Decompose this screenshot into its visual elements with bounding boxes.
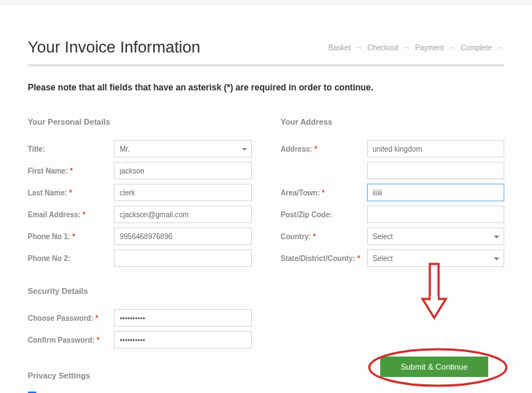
phone2-label: Phone No 2: bbox=[28, 254, 114, 262]
state-label: State/District/County: * bbox=[281, 254, 367, 262]
address-label: Address: * bbox=[281, 145, 367, 153]
submit-button[interactable]: Submit & Continue bbox=[380, 357, 488, 377]
top-band bbox=[0, 0, 532, 4]
confirm-password-input[interactable] bbox=[114, 331, 252, 349]
country-select[interactable]: Select bbox=[367, 227, 505, 245]
page-title: Your Invoice Information bbox=[28, 38, 200, 57]
address-column: Your Address Address: * Area/Town: * Pos… bbox=[281, 117, 505, 393]
last-name-label: Last Name: * bbox=[28, 189, 114, 197]
crumb-basket[interactable]: Basket bbox=[328, 44, 351, 52]
phone2-input[interactable] bbox=[114, 249, 252, 267]
email-input[interactable] bbox=[114, 206, 252, 223]
address-input[interactable] bbox=[367, 140, 505, 157]
breadcrumb: Basket → Checkout → Payment → Complete → bbox=[328, 43, 504, 52]
required-note: Please note that all fields that have an… bbox=[28, 82, 504, 93]
phone1-label: Phone No 1: * bbox=[28, 233, 114, 241]
title-label: Title: bbox=[28, 145, 114, 153]
postcode-input[interactable] bbox=[367, 206, 505, 223]
state-select[interactable]: Select bbox=[367, 249, 505, 267]
first-name-label: First Name: * bbox=[28, 167, 114, 175]
address2-input[interactable] bbox=[367, 162, 505, 179]
choose-password-label: Choose Password: * bbox=[28, 314, 114, 322]
security-section-head: Security Details bbox=[28, 287, 252, 295]
crumb-payment[interactable]: Payment bbox=[415, 44, 444, 52]
postcode-label: Post/Zip Code: bbox=[281, 211, 367, 219]
last-name-input[interactable] bbox=[114, 184, 252, 201]
arrow-icon: → bbox=[496, 43, 504, 52]
country-label: Country: * bbox=[281, 233, 367, 241]
area-label: Area/Town: * bbox=[281, 189, 367, 197]
personal-section-head: Your Personal Details bbox=[28, 117, 252, 126]
address-section-head: Your Address bbox=[281, 117, 505, 126]
first-name-input[interactable] bbox=[114, 162, 252, 179]
crumb-checkout[interactable]: Checkout bbox=[367, 44, 398, 52]
personal-details-column: Your Personal Details Title: Mr. First N… bbox=[28, 117, 252, 393]
choose-password-input[interactable] bbox=[114, 309, 252, 327]
email-label: Email Address: * bbox=[28, 211, 114, 219]
confirm-password-label: Confirm Password: * bbox=[28, 336, 114, 344]
arrow-icon: → bbox=[403, 43, 411, 52]
arrow-icon: → bbox=[355, 43, 363, 52]
arrow-icon: → bbox=[448, 43, 456, 52]
phone1-input[interactable] bbox=[114, 227, 252, 245]
divider bbox=[28, 64, 504, 66]
title-select[interactable]: Mr. bbox=[114, 140, 252, 157]
header-row: Your Invoice Information Basket → Checko… bbox=[28, 38, 504, 57]
area-input[interactable] bbox=[367, 184, 505, 201]
privacy-section-head: Privacy Settings bbox=[28, 371, 252, 380]
crumb-complete[interactable]: Complete bbox=[460, 44, 492, 52]
